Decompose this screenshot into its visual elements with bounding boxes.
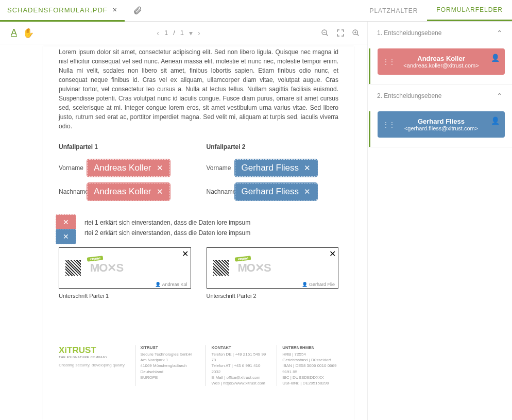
- chevron-up-icon[interactable]: ⌃: [497, 92, 503, 100]
- party-2: Unfallpartei 2 Vorname Gerhard Fliess✕ N…: [207, 143, 339, 207]
- drag-handle-icon[interactable]: ⋮⋮: [383, 58, 395, 65]
- signature-2: ✕ integratedMO✕S 👤 Gerhard Flie Untersch…: [207, 247, 339, 299]
- tab-placeholder[interactable]: PLATZHALTER: [360, 0, 427, 21]
- close-icon[interactable]: ✕: [182, 249, 189, 259]
- consent-line-2: rtei 2 erklärt sich einverstanden, dass …: [59, 228, 338, 238]
- footer-col-contact: KONTAKT Telefon DE | +49 2161 549 99 78T…: [206, 345, 267, 386]
- drag-handle-icon[interactable]: ⋮⋮: [383, 121, 395, 128]
- zoom-in-icon[interactable]: [352, 29, 360, 37]
- decision-level-2: 2. Entscheidungsebene ⌃ ⋮⋮ 👤 Gerhard Fli…: [368, 85, 512, 147]
- document-tab-name: SCHADENSFORMULAR.PDF: [7, 6, 108, 14]
- level-2-title: 2. Entscheidungsebene: [377, 92, 441, 99]
- signer-1-email: <andreas.koller@xitrust.com>: [397, 62, 485, 69]
- signature-2-label: Unterschrift Partei 2: [207, 293, 339, 299]
- attachment-icon[interactable]: [133, 6, 142, 16]
- editor-toolbar: A ✋ ‹ 1 / 1 ▾ ›: [0, 22, 367, 44]
- footer-col-legal: UNTERNEHMEN HRB | 72554Gerichtsstand | D…: [277, 345, 338, 386]
- signer-2-name: Gerhard Fliess: [397, 117, 485, 125]
- consent-line-1: rtei 1 erklärt sich einverstanden, dass …: [59, 217, 338, 228]
- sidebar: 1. Entscheidungsebene ⌃ ⋮⋮ 👤 Andreas Kol…: [368, 22, 512, 420]
- footer-col-company: XITRUST Secure Technologies GmbHAm Nordp…: [135, 345, 197, 386]
- decision-level-1: 1. Entscheidungsebene ⌃ ⋮⋮ 👤 Andreas Kol…: [368, 22, 512, 85]
- user-icon: 👤: [491, 116, 500, 125]
- signature-box-2[interactable]: ✕ integratedMO✕S 👤 Gerhard Flie: [207, 247, 339, 289]
- field-tag-party2-vorname[interactable]: Gerhard Fliess✕: [235, 159, 317, 177]
- pdf-page: Lorem ipsum dolor sit amet, consectetur …: [43, 46, 354, 420]
- xitrust-tagline: Creating security, developing quality.: [59, 363, 126, 367]
- signer-2-email: <gerhard.fliess@xitrust.com>: [397, 125, 485, 131]
- party1-vorname-label: Vorname: [59, 164, 90, 172]
- level-2-header[interactable]: 2. Entscheidungsebene ⌃: [368, 85, 512, 107]
- moxis-logo: integratedMO✕S: [238, 261, 271, 275]
- moxis-logo: integratedMO✕S: [90, 261, 123, 275]
- document-tab[interactable]: SCHADENSFORMULAR.PDF ×: [0, 0, 125, 22]
- signature-box-1[interactable]: ✕ integratedMO✕S 👤 Andreas Kol: [59, 247, 191, 289]
- signature-1-signee: 👤 Andreas Kol: [155, 282, 187, 287]
- checkbox-field-1[interactable]: ✕: [56, 214, 76, 230]
- close-icon[interactable]: ✕: [329, 249, 336, 259]
- lorem-text: Lorem ipsum dolor sit amet, consectetur …: [43, 46, 354, 131]
- top-bar: SCHADENSFORMULAR.PDF × PLATZHALTER FORMU…: [0, 0, 512, 22]
- party-1-title: Unfallpartei 1: [59, 143, 191, 150]
- page-current: 1: [164, 29, 168, 37]
- pager: ‹ 1 / 1 ▾ ›: [157, 29, 200, 37]
- close-icon[interactable]: ✕: [157, 163, 163, 173]
- signer-1-name: Andreas Koller: [397, 55, 485, 62]
- field-tag-party2-nachname[interactable]: Gerhard Fliess✕: [235, 183, 317, 200]
- zoom-out-icon[interactable]: [321, 29, 329, 37]
- signature-1: ✕ integratedMO✕S 👤 Andreas Kol Unterschr…: [59, 247, 191, 299]
- user-icon: 👤: [491, 54, 500, 62]
- page-dropdown-icon[interactable]: ▾: [189, 29, 193, 37]
- field-tag-party1-vorname[interactable]: Andreas Koller✕: [87, 159, 170, 177]
- page-sep: /: [173, 29, 175, 37]
- qr-icon: [213, 260, 229, 276]
- party-2-title: Unfallpartei 2: [207, 143, 339, 150]
- level-1-header[interactable]: 1. Entscheidungsebene ⌃: [368, 22, 512, 44]
- fit-screen-icon[interactable]: [336, 29, 345, 37]
- level-1-title: 1. Entscheidungsebene: [377, 29, 441, 37]
- party1-nachname-label: Nachname: [59, 188, 90, 195]
- document-canvas[interactable]: Lorem ipsum dolor sit amet, consectetur …: [0, 44, 367, 420]
- signature-1-label: Unterschrift Partei 1: [59, 293, 191, 299]
- page-total: 1: [180, 29, 184, 37]
- consent-section: ✕ ✕ rtei 1 erklärt sich einverstanden, d…: [43, 207, 354, 238]
- xitrust-subtitle: THE ESIGNATURE COMPANY: [59, 356, 108, 359]
- tab-form-fields[interactable]: FORMULARFELDER: [427, 0, 512, 21]
- xitrust-logo: XiTRUST: [59, 345, 96, 356]
- chevron-up-icon[interactable]: ⌃: [497, 29, 503, 37]
- close-icon[interactable]: ✕: [157, 187, 163, 196]
- party-1: Unfallpartei 1 Vorname Andreas Koller✕ N…: [59, 143, 191, 207]
- close-icon[interactable]: ✕: [304, 187, 311, 196]
- field-tag-party1-nachname[interactable]: Andreas Koller✕: [87, 183, 170, 200]
- next-page-icon[interactable]: ›: [198, 29, 200, 37]
- signer-card-2[interactable]: ⋮⋮ 👤 Gerhard Fliess <gerhard.fliess@xitr…: [378, 111, 505, 138]
- qr-icon: [65, 260, 81, 276]
- prev-page-icon[interactable]: ‹: [157, 29, 159, 37]
- text-tool[interactable]: A: [7, 26, 21, 40]
- signer-card-1[interactable]: ⋮⋮ 👤 Andreas Koller <andreas.koller@xitr…: [378, 48, 505, 75]
- page-footer: XiTRUST THE ESIGNATURE COMPANY Creating …: [43, 299, 354, 393]
- close-icon[interactable]: ✕: [304, 163, 311, 173]
- party2-nachname-label: Nachname: [207, 188, 237, 195]
- hand-tool[interactable]: ✋: [22, 26, 35, 40]
- signature-2-signee: 👤 Gerhard Flie: [302, 282, 335, 287]
- party2-vorname-label: Vorname: [207, 164, 237, 172]
- checkbox-field-2[interactable]: ✕: [56, 229, 76, 244]
- close-icon[interactable]: ×: [113, 6, 117, 14]
